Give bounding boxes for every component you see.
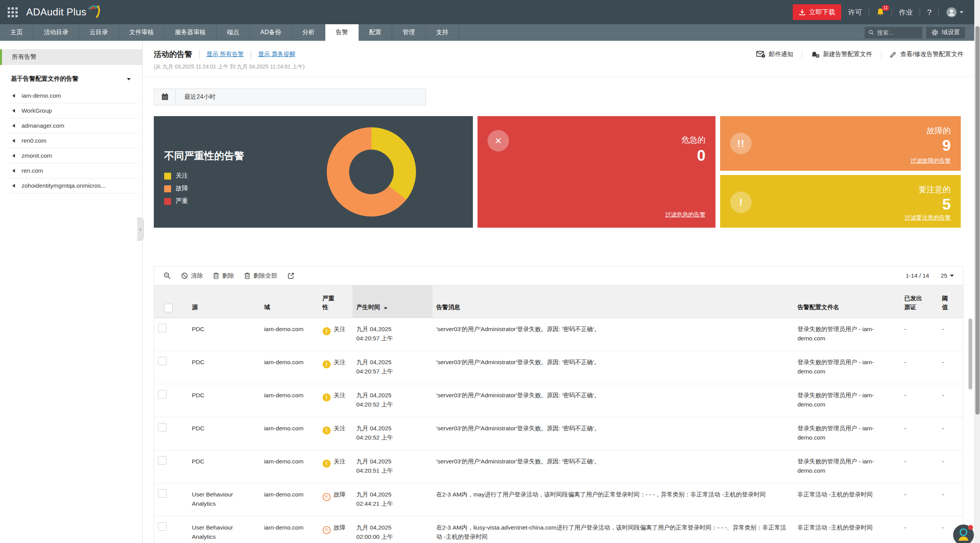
delete-all-button[interactable]: 删除全部 xyxy=(244,272,277,280)
show-all-alerts-link[interactable]: 显示 所有告警 xyxy=(206,50,244,58)
bell-plus-icon xyxy=(811,51,820,58)
app-logo[interactable]: ADAudit Plus xyxy=(26,0,100,24)
cell-threshold: - xyxy=(938,483,963,516)
global-search[interactable] xyxy=(865,27,922,38)
row-checkbox[interactable] xyxy=(158,522,166,531)
column-header-source[interactable]: 源 xyxy=(188,285,260,318)
help-link[interactable]: ? xyxy=(927,8,932,17)
table-row: PDC iam-demo.com 关注 九月 04,202504:20:51 上… xyxy=(154,450,963,483)
account-menu[interactable] xyxy=(946,7,963,18)
tab-server-audit[interactable]: 服务器审核 xyxy=(165,24,216,41)
divider xyxy=(920,8,920,17)
sidebar-collapse-handle[interactable] xyxy=(137,218,144,241)
apps-grid-icon[interactable] xyxy=(8,7,18,17)
column-search-button[interactable] xyxy=(163,272,171,280)
trouble-count: 9 xyxy=(942,137,951,154)
table-toolbar: 清除 删除 删除全部 xyxy=(154,267,963,285)
row-checkbox[interactable] xyxy=(158,390,166,398)
tab-endpoint[interactable]: 端点 xyxy=(216,24,250,41)
export-button[interactable] xyxy=(287,272,294,280)
critical-count: 0 xyxy=(697,147,705,164)
table-row: User Behaviour Analytics iam-demo.com 故障… xyxy=(154,516,963,543)
row-checkbox[interactable] xyxy=(158,357,166,365)
sidebar-item-domain[interactable]: ren0.com xyxy=(9,133,137,148)
table-scrollbar-thumb[interactable] xyxy=(968,318,972,390)
cell-threshold: - xyxy=(938,450,963,483)
sidebar-item-all-alerts[interactable]: 所有告警 xyxy=(0,49,142,65)
tab-configuration[interactable]: 配置 xyxy=(359,24,392,41)
license-link[interactable]: 许可 xyxy=(848,8,862,17)
tab-alerts[interactable]: 告警 xyxy=(325,24,359,41)
page-size-dropdown[interactable]: 25 xyxy=(941,272,954,279)
page-title: 活动的告警 xyxy=(154,49,192,60)
tab-active-directory[interactable]: 活动目录 xyxy=(33,24,79,41)
row-checkbox[interactable] xyxy=(158,423,166,431)
column-header-threshold[interactable]: 阈值 xyxy=(938,285,963,318)
sidebar-item-domain[interactable]: zohoidentitymgmtqa.onmicros... xyxy=(9,178,137,193)
divider xyxy=(251,50,251,59)
filter-attention-link[interactable]: 过滤要注意的告警 xyxy=(905,214,951,222)
sidebar-group-profile-alerts[interactable]: 基于告警配置文件的告警 xyxy=(0,65,142,88)
cell-time: 九月 04,202504:20:51 上午 xyxy=(353,450,433,483)
download-now-button[interactable]: 立即下载 xyxy=(793,4,841,20)
cell-source: User Behaviour Analytics xyxy=(188,516,260,543)
cell-profile: 登录失败的管理员用户 - iam-demo.com xyxy=(794,417,900,450)
column-header-ticket[interactable]: 已发出票证 xyxy=(900,285,938,318)
tab-analytics[interactable]: 分析 xyxy=(292,24,325,41)
search-input[interactable] xyxy=(877,29,918,36)
show-ticket-alerts-link[interactable]: 显示 票务提醒 xyxy=(258,50,295,58)
cell-threshold: - xyxy=(938,417,963,450)
column-header-time-sorted[interactable]: 产生时间 xyxy=(353,285,433,318)
severity-attention-icon xyxy=(323,460,331,468)
sidebar-item-domain[interactable]: ren.com xyxy=(9,163,137,178)
summary-cards: 不同严重性的告警 关注 故障 严重 xyxy=(154,116,963,228)
cell-profile: 登录失败的管理员用户 - iam-demo.com xyxy=(794,351,900,384)
mail-alert-icon: ! xyxy=(756,51,765,58)
trash-icon xyxy=(213,272,219,279)
clear-icon xyxy=(181,272,188,279)
attention-count: 5 xyxy=(942,196,951,213)
cell-ticket: - xyxy=(900,351,938,384)
filter-critical-link[interactable]: 过滤危急的告警 xyxy=(665,211,705,218)
edit-alert-profile-button[interactable]: 查看/修改告警配置文件 xyxy=(881,50,963,58)
new-alert-profile-button[interactable]: 新建告警配置文件 xyxy=(802,50,881,58)
table-row: PDC iam-demo.com 关注 九月 04,202504:20:52 上… xyxy=(154,417,963,450)
alerts-table: 清除 删除 删除全部 xyxy=(154,266,963,543)
tab-support[interactable]: 支持 xyxy=(426,24,459,41)
legend-swatch xyxy=(164,185,171,192)
sidebar-item-domain[interactable]: iam-demo.com xyxy=(9,88,137,103)
domain-settings-button[interactable]: 域设置 xyxy=(926,27,965,38)
scrollbar-thumb[interactable] xyxy=(975,26,980,415)
cell-threshold: - xyxy=(938,351,963,384)
severity-chart-card: 不同严重性的告警 关注 故障 严重 xyxy=(154,116,473,228)
attention-icon xyxy=(730,192,752,213)
row-checkbox[interactable] xyxy=(158,324,166,332)
delete-button[interactable]: 删除 xyxy=(213,272,234,280)
time-range-picker[interactable]: 最近24小时 xyxy=(154,88,426,105)
cell-time: 九月 04,202502:00:00 上午 xyxy=(353,516,433,543)
cell-severity: 关注 xyxy=(319,417,353,450)
sidebar-item-domain[interactable]: admanager.com xyxy=(9,118,137,133)
row-checkbox[interactable] xyxy=(158,489,166,498)
tab-ad-backup[interactable]: AD备份 xyxy=(250,24,292,41)
chevron-down-icon xyxy=(950,275,954,277)
row-checkbox[interactable] xyxy=(158,456,166,465)
email-notification-button[interactable]: ! 邮件通知 xyxy=(748,50,802,58)
sidebar-item-domain[interactable]: zmonit.com xyxy=(9,148,137,163)
tab-home[interactable]: 主页 xyxy=(0,24,33,41)
column-header-profile[interactable]: 告警配置文件名 xyxy=(794,285,900,318)
select-all-checkbox[interactable] xyxy=(164,304,173,312)
jobs-link[interactable]: 作业 xyxy=(899,8,913,17)
column-header-severity[interactable]: 严重性 xyxy=(319,285,353,318)
column-header-message[interactable]: 告警消息 xyxy=(433,285,794,318)
tab-admin[interactable]: 管理 xyxy=(392,24,426,41)
filter-trouble-link[interactable]: 过滤故障的告警 xyxy=(910,157,951,165)
tab-file-audit[interactable]: 文件审核 xyxy=(119,24,165,41)
tab-cloud-directory[interactable]: 云目录 xyxy=(79,24,119,41)
assistant-chat-widget[interactable] xyxy=(953,525,974,543)
clear-button[interactable]: 清除 xyxy=(181,272,203,280)
window-scrollbar[interactable] xyxy=(974,0,980,543)
column-header-domain[interactable]: 域 xyxy=(260,285,319,318)
notifications-bell-icon[interactable]: 11 xyxy=(876,8,885,17)
sidebar-item-domain[interactable]: WorkGroup xyxy=(9,103,137,118)
